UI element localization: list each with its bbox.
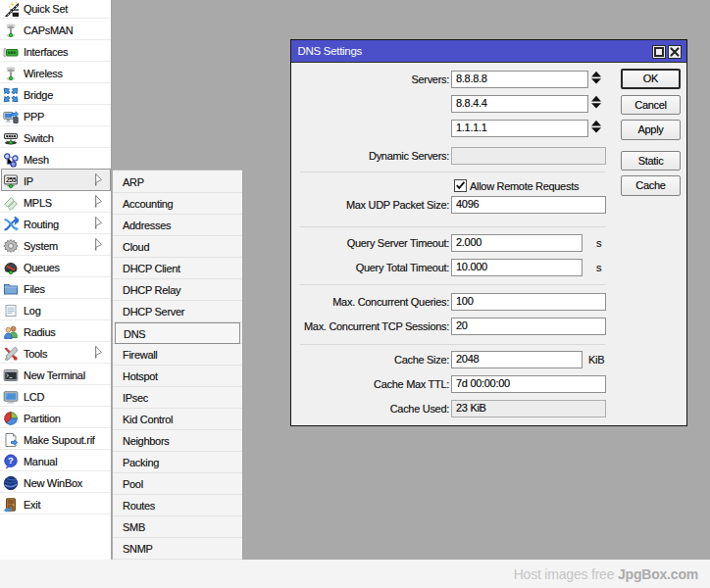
- svg-text:255: 255: [6, 176, 17, 183]
- svg-text:?: ?: [8, 455, 14, 466]
